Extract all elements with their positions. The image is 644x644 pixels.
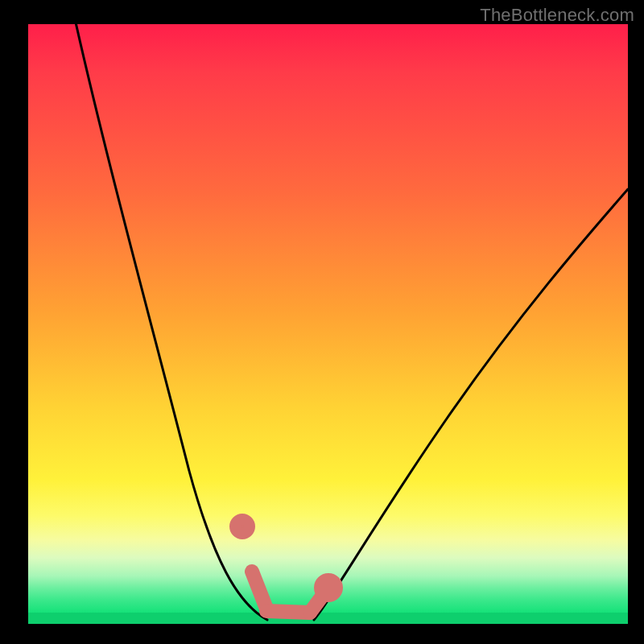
optimal-range-markers [237, 521, 336, 613]
curve-layer [28, 24, 628, 624]
chart-frame: TheBottleneck.com [0, 0, 644, 644]
plot-area [28, 24, 628, 624]
watermark-text: TheBottleneck.com [480, 5, 634, 26]
right-bottleneck-curve [314, 189, 628, 620]
marker-end-dot [321, 580, 336, 595]
marker-segment-left [252, 572, 266, 609]
marker-dot [237, 521, 248, 532]
